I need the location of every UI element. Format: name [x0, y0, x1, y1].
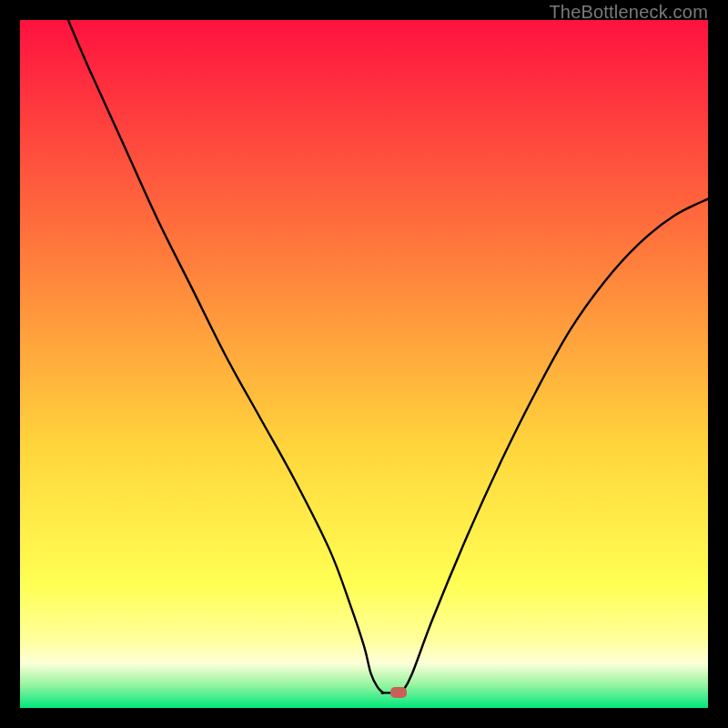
gradient-background	[20, 20, 708, 708]
plot-area	[20, 20, 708, 708]
chart-frame: TheBottleneck.com	[0, 0, 728, 728]
optimal-point-marker	[390, 687, 407, 698]
watermark-text: TheBottleneck.com	[549, 2, 708, 23]
chart-svg	[20, 20, 708, 708]
